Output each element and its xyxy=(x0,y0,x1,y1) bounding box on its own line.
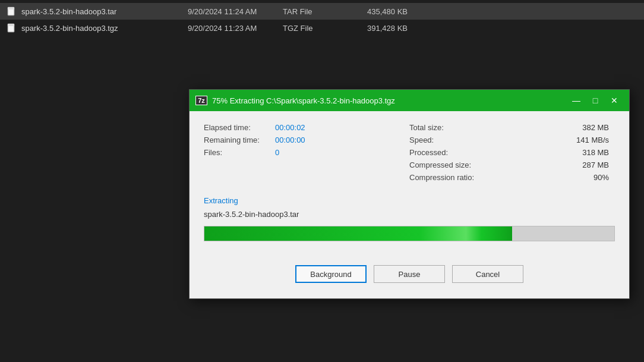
dialog-buttons: Background Pause Cancel xyxy=(204,259,615,287)
extracting-filename: spark-3.5.2-bin-hadoop3.tar xyxy=(204,210,615,219)
dialog-content: Elapsed time: 00:00:02 Remaining time: 0… xyxy=(190,111,629,298)
extracting-label-row: Extracting xyxy=(204,196,615,205)
speed-row: Speed: 141 MB/s xyxy=(409,136,615,144)
elapsed-time-label: Elapsed time: xyxy=(204,123,275,132)
stats-grid: Elapsed time: 00:00:02 Remaining time: 0… xyxy=(204,123,615,185)
extraction-dialog: 7z 75% Extracting C:\Spark\spark-3.5.2-b… xyxy=(189,89,630,299)
speed-value: 141 MB/s xyxy=(498,136,609,144)
speed-label: Speed: xyxy=(409,136,498,144)
total-size-value: 382 MB xyxy=(498,123,609,132)
remaining-time-row: Remaining time: 00:00:00 xyxy=(204,136,409,144)
extracting-text: Extracting xyxy=(204,196,238,205)
files-row: Files: 0 xyxy=(204,148,409,157)
elapsed-time-row: Elapsed time: 00:00:02 xyxy=(204,123,409,132)
pause-button[interactable]: Pause xyxy=(374,265,445,283)
remaining-time-value: 00:00:00 xyxy=(275,136,305,144)
progress-bar-fill xyxy=(204,226,512,241)
dialog-title: 75% Extracting C:\Spark\spark-3.5.2-bin-… xyxy=(212,96,567,105)
compressed-size-row: Compressed size: 287 MB xyxy=(409,160,615,169)
compressed-size-value: 287 MB xyxy=(498,160,609,169)
elapsed-time-value: 00:00:02 xyxy=(275,123,305,132)
compressed-size-label: Compressed size: xyxy=(409,160,498,169)
total-size-label: Total size: xyxy=(409,123,498,132)
stats-left: Elapsed time: 00:00:02 Remaining time: 0… xyxy=(204,123,409,185)
title-bar: 7z 75% Extracting C:\Spark\spark-3.5.2-b… xyxy=(190,90,629,111)
total-size-row: Total size: 382 MB xyxy=(409,123,615,132)
maximize-button[interactable]: □ xyxy=(586,93,604,108)
compression-ratio-row: Compression ratio: 90% xyxy=(409,173,615,182)
close-button[interactable]: ✕ xyxy=(605,93,623,108)
processed-row: Processed: 318 MB xyxy=(409,148,615,157)
processed-value: 318 MB xyxy=(498,148,609,157)
compression-ratio-label: Compression ratio: xyxy=(409,173,498,182)
app-icon: 7z xyxy=(195,95,207,106)
progress-bar-container xyxy=(204,226,615,241)
background-button[interactable]: Background xyxy=(295,265,367,283)
files-label: Files: xyxy=(204,148,275,157)
cancel-button[interactable]: Cancel xyxy=(452,265,523,283)
files-value: 0 xyxy=(275,148,279,157)
compression-ratio-value: 90% xyxy=(498,173,609,182)
dialog-overlay: 7z 75% Extracting C:\Spark\spark-3.5.2-b… xyxy=(0,0,644,362)
window-controls: — □ ✕ xyxy=(567,93,623,108)
minimize-button[interactable]: — xyxy=(567,93,585,108)
remaining-time-label: Remaining time: xyxy=(204,136,275,144)
stats-right: Total size: 382 MB Speed: 141 MB/s Proce… xyxy=(409,123,615,185)
processed-label: Processed: xyxy=(409,148,498,157)
